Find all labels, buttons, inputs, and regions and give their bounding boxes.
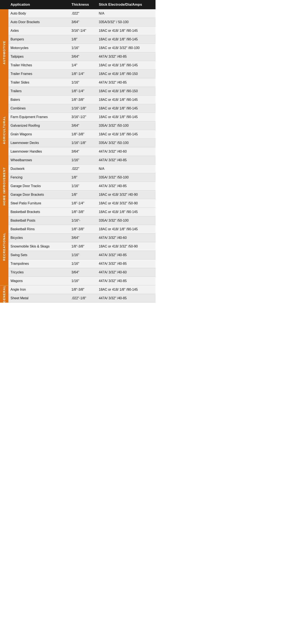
- table-header: Application Thickness Stick Electrode/Di…: [0, 0, 155, 9]
- section-automotive: AUTOMOTIVEAuto Body.022"N/AAuto Door Bra…: [0, 9, 155, 96]
- cell-application: Grain Wagons: [8, 130, 69, 138]
- cell-electrode: 335A/ 3/32" /50-100: [97, 216, 155, 225]
- cell-application: Garage Door Brackets: [8, 190, 69, 199]
- cell-application: Balers: [8, 96, 69, 104]
- cell-application: Trailer Sides: [8, 78, 69, 87]
- cell-thickness: 1/16": [69, 182, 97, 190]
- cell-electrode: 18AC or 418/ 3/32" /50-90: [97, 199, 155, 208]
- table-row: Steel Patio Furniture1/8"-1/4"18AC or 41…: [8, 199, 155, 208]
- category-label-4: GENERAL: [0, 286, 8, 303]
- cell-thickness: 3/64": [69, 122, 97, 130]
- cell-application: Bicycles: [8, 234, 69, 242]
- cell-application: Combines: [8, 104, 69, 112]
- cell-thickness: 3/64": [69, 234, 97, 242]
- cell-application: Trampolines: [8, 260, 69, 268]
- section-agricultural: AGRICULTURALBalers1/8"-3/8"18AC or 418/ …: [0, 96, 155, 164]
- cell-application: Wheelbarrows: [8, 156, 69, 164]
- cell-thickness: 1/8"-3/8": [69, 242, 97, 251]
- cell-application: Trailers: [8, 87, 69, 95]
- cell-electrode: 18AC or 418/ 1/8" /90-145: [97, 26, 155, 35]
- table-row: Balers1/8"-3/8"18AC or 418/ 1/8" /90-145: [8, 96, 155, 104]
- cell-thickness: 3/64": [69, 147, 97, 156]
- rows-container-1: Balers1/8"-3/8"18AC or 418/ 1/8" /90-145…: [8, 96, 155, 164]
- cell-thickness: 1/16": [69, 156, 97, 164]
- cell-thickness: 3/64": [69, 18, 97, 26]
- table-row: Trailer Sides1/16"447A/ 3/32" /40-85: [8, 78, 155, 87]
- cell-application: Tricycles: [8, 268, 69, 276]
- cell-thickness: 1/16"-: [69, 216, 97, 225]
- cell-thickness: 3/64": [69, 52, 97, 61]
- cell-thickness: 1/8"-3/8": [69, 286, 97, 294]
- cell-application: Galvanized Roofing: [8, 122, 69, 130]
- cell-application: Auto Body: [8, 9, 69, 18]
- table-row: Wagons1/16"447A/ 3/32" /40-85: [8, 277, 155, 286]
- cell-application: Trailer Frames: [8, 70, 69, 78]
- rows-container-2: Ductwork.022"N/AFencing1/8"335A/ 3/32" /…: [8, 164, 155, 208]
- table-row: Garage Door Brackets1/8"18AC or 418/ 3/3…: [8, 190, 155, 199]
- category-label-3: RECREATIONAL: [0, 208, 8, 286]
- table-row: Trailer Frames1/8"-1/4"18AC or 418/ 1/8"…: [8, 70, 155, 78]
- rows-container-0: Auto Body.022"N/AAuto Door Brackets3/64"…: [8, 9, 155, 96]
- cell-thickness: .022": [69, 9, 97, 18]
- table-row: Basketball Posts1/16"-335A/ 3/32" /50-10…: [8, 216, 155, 225]
- table-row: Trailers1/8"-1/4"18AC or 418/ 1/8" /90-1…: [8, 87, 155, 96]
- table-row: Angle Iron1/8"-3/8"18AC or 418/ 1/8" /90…: [8, 286, 155, 294]
- category-label-2: HOME IMPROVEMENT: [0, 164, 8, 208]
- cell-application: Ductwork: [8, 164, 69, 173]
- table-row: Axles3/16"-1/4"18AC or 418/ 1/8" /90-145: [8, 26, 155, 35]
- cell-application: Trailer Hitches: [8, 61, 69, 70]
- cell-thickness: .022": [69, 164, 97, 173]
- table-row: Tricycles3/64"447A/ 3/32" /40-60: [8, 268, 155, 277]
- cell-thickness: 1/8"-3/8": [69, 208, 97, 216]
- cell-electrode: 447A/ 3/32" /40-85: [97, 277, 155, 285]
- cell-electrode: 18AC or 418/ 3/32" /40-90: [97, 190, 155, 199]
- cell-electrode: 18AC or 418/ 1/8" /90-145: [97, 286, 155, 294]
- cell-application: Lawnmower Decks: [8, 139, 69, 147]
- cell-thickness: 3/16"-1/4": [69, 26, 97, 35]
- cell-application: Snowmobile Skis & Skags: [8, 242, 69, 251]
- table-row: Sheet Metal.022"-1/8"447A/ 3/32" /40-85: [8, 294, 155, 303]
- table-row: Fencing1/8"335A/ 3/32" /50-100: [8, 173, 155, 182]
- cell-thickness: .022"-1/8": [69, 294, 97, 302]
- cell-electrode: 447A/ 3/32" /40-85: [97, 52, 155, 61]
- cell-electrode: 18AC or 418/ 1/8" /90-145: [97, 225, 155, 234]
- cell-electrode: 18AC or 418/ 1/8" /90-150: [97, 70, 155, 78]
- category-label-0: AUTOMOTIVE: [0, 9, 8, 96]
- table-row: Garage Door Tracks1/16"447A/ 3/32" /40-8…: [8, 182, 155, 190]
- table-row: Grain Wagons1/8"-3/8"18AC or 418/ 1/8" /…: [8, 130, 155, 139]
- cell-electrode: 18AC or 418/ 1/8" /90-145: [97, 130, 155, 138]
- table-row: Auto Body.022"N/A: [8, 9, 155, 18]
- cell-electrode: 447A/ 3/32" /40-85: [97, 260, 155, 268]
- cell-electrode: 447A/ 3/32" /40-85: [97, 294, 155, 302]
- category-label-1: AGRICULTURAL: [0, 96, 8, 164]
- cell-thickness: 1/8"-3/8": [69, 225, 97, 234]
- cell-electrode: 18AC or 418/ 3/32" /80-100: [97, 44, 155, 52]
- cell-application: Basketball Brackets: [8, 208, 69, 216]
- cell-thickness: 1/8"-3/8": [69, 130, 97, 138]
- cell-electrode: 18AC or 418/ 1/8" /90-145: [97, 104, 155, 112]
- rows-container-3: Basketball Brackets1/8"-3/8"18AC or 418/…: [8, 208, 155, 286]
- cell-thickness: 1/16": [69, 44, 97, 52]
- header-col-electrode: Stick Electrode/Dia/Amps: [97, 0, 155, 9]
- table-row: Auto Door Brackets3/64"335A/3/32" / 50-1…: [8, 18, 155, 26]
- table-row: Bicycles3/64"447A/ 3/32" /40-60: [8, 234, 155, 242]
- cell-application: Motorcycles: [8, 44, 69, 52]
- table-row: Lawnmower Decks1/16"-1/8"335A/ 3/32" /50…: [8, 139, 155, 147]
- cell-thickness: 1/8"-1/4": [69, 87, 97, 95]
- section-recreational: RECREATIONALBasketball Brackets1/8"-3/8"…: [0, 208, 155, 286]
- header-col-thickness: Thickness: [69, 0, 97, 9]
- cell-electrode: 18AC or 418/ 1/8" /90-145: [97, 208, 155, 216]
- cell-application: Farm Equipment Frames: [8, 113, 69, 121]
- rows-container-4: Angle Iron1/8"-3/8"18AC or 418/ 1/8" /90…: [8, 286, 155, 303]
- table-row: Swing Sets1/16"447A/ 3/32" /40-85: [8, 251, 155, 260]
- table-row: Ductwork.022"N/A: [8, 164, 155, 173]
- cell-thickness: 1/8"-1/4": [69, 199, 97, 208]
- table-row: Farm Equipment Frames3/16"-1/2"18AC or 4…: [8, 113, 155, 122]
- cell-electrode: 18AC or 418/ 1/8" /90-145: [97, 61, 155, 70]
- cell-electrode: N/A: [97, 164, 155, 173]
- cell-thickness: 1/8"-3/8": [69, 96, 97, 104]
- cell-application: Steel Patio Furniture: [8, 199, 69, 208]
- cell-electrode: 447A/ 3/32" /40-60: [97, 147, 155, 156]
- table-row: Snowmobile Skis & Skags1/8"-3/8"18AC or …: [8, 242, 155, 251]
- cell-application: Sheet Metal: [8, 294, 69, 302]
